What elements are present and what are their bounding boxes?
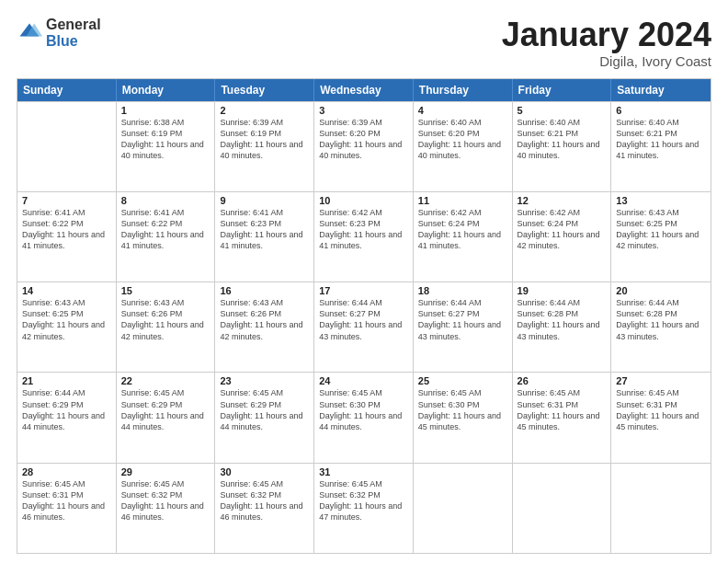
cal-cell-4-5 <box>513 464 612 553</box>
day-info: Sunrise: 6:41 AM Sunset: 6:22 PM Dayligh… <box>22 207 111 252</box>
day-info: Sunrise: 6:41 AM Sunset: 6:23 PM Dayligh… <box>220 207 309 252</box>
day-info: Sunrise: 6:42 AM Sunset: 6:24 PM Dayligh… <box>418 207 507 252</box>
day-info: Sunrise: 6:45 AM Sunset: 6:30 PM Dayligh… <box>418 387 507 432</box>
day-info: Sunrise: 6:44 AM Sunset: 6:29 PM Dayligh… <box>22 387 111 432</box>
day-number: 28 <box>22 466 111 477</box>
day-info: Sunrise: 6:43 AM Sunset: 6:26 PM Dayligh… <box>121 297 210 342</box>
day-info: Sunrise: 6:38 AM Sunset: 6:19 PM Dayligh… <box>121 117 210 162</box>
day-info: Sunrise: 6:45 AM Sunset: 6:29 PM Dayligh… <box>220 387 309 432</box>
day-number: 8 <box>121 195 210 206</box>
cal-cell-0-1: 1Sunrise: 6:38 AM Sunset: 6:19 PM Daylig… <box>117 102 216 191</box>
day-number: 14 <box>22 285 111 296</box>
day-number: 23 <box>220 375 309 386</box>
logo-icon <box>17 20 42 46</box>
day-info: Sunrise: 6:42 AM Sunset: 6:23 PM Dayligh… <box>319 207 408 252</box>
header-thursday: Thursday <box>414 79 513 101</box>
day-info: Sunrise: 6:45 AM Sunset: 6:31 PM Dayligh… <box>518 387 607 432</box>
week-row-5: 28Sunrise: 6:45 AM Sunset: 6:31 PM Dayli… <box>17 463 711 553</box>
day-info: Sunrise: 6:45 AM Sunset: 6:31 PM Dayligh… <box>22 478 111 523</box>
day-info: Sunrise: 6:43 AM Sunset: 6:25 PM Dayligh… <box>22 297 111 342</box>
header-tuesday: Tuesday <box>215 79 314 101</box>
cal-cell-3-0: 21Sunrise: 6:44 AM Sunset: 6:29 PM Dayli… <box>17 373 117 462</box>
logo-text: General Blue <box>46 17 101 49</box>
day-number: 5 <box>518 105 607 116</box>
day-info: Sunrise: 6:44 AM Sunset: 6:27 PM Dayligh… <box>319 297 408 342</box>
week-row-3: 14Sunrise: 6:43 AM Sunset: 6:25 PM Dayli… <box>17 282 711 372</box>
day-number: 15 <box>121 285 210 296</box>
day-number: 25 <box>418 375 507 386</box>
cal-cell-2-2: 16Sunrise: 6:43 AM Sunset: 6:26 PM Dayli… <box>215 282 314 372</box>
cal-cell-1-1: 8Sunrise: 6:41 AM Sunset: 6:22 PM Daylig… <box>117 192 216 282</box>
day-number: 7 <box>22 195 111 206</box>
day-number: 29 <box>121 466 210 477</box>
title-block: January 2024 Digila, Ivory Coast <box>502 17 711 69</box>
day-info: Sunrise: 6:39 AM Sunset: 6:20 PM Dayligh… <box>319 117 408 162</box>
cal-cell-1-5: 12Sunrise: 6:42 AM Sunset: 6:24 PM Dayli… <box>513 192 612 282</box>
cal-cell-2-0: 14Sunrise: 6:43 AM Sunset: 6:25 PM Dayli… <box>17 282 117 372</box>
day-info: Sunrise: 6:45 AM Sunset: 6:29 PM Dayligh… <box>121 387 210 432</box>
cal-cell-0-2: 2Sunrise: 6:39 AM Sunset: 6:19 PM Daylig… <box>215 102 314 191</box>
cal-cell-3-4: 25Sunrise: 6:45 AM Sunset: 6:30 PM Dayli… <box>414 373 513 462</box>
header-sunday: Sunday <box>17 79 117 101</box>
day-info: Sunrise: 6:45 AM Sunset: 6:32 PM Dayligh… <box>319 478 408 523</box>
day-number: 3 <box>319 105 408 116</box>
week-row-1: 1Sunrise: 6:38 AM Sunset: 6:19 PM Daylig… <box>17 101 711 191</box>
day-number: 6 <box>616 105 706 116</box>
day-number: 12 <box>518 195 607 206</box>
cal-cell-4-4 <box>414 464 513 553</box>
day-info: Sunrise: 6:45 AM Sunset: 6:31 PM Dayligh… <box>616 387 706 432</box>
day-info: Sunrise: 6:40 AM Sunset: 6:21 PM Dayligh… <box>616 117 706 162</box>
calendar: Sunday Monday Tuesday Wednesday Thursday… <box>17 78 711 554</box>
day-number: 18 <box>418 285 507 296</box>
logo-general-text: General <box>46 17 101 33</box>
day-number: 17 <box>319 285 408 296</box>
day-number: 24 <box>319 375 408 386</box>
day-number: 26 <box>518 375 607 386</box>
calendar-body: 1Sunrise: 6:38 AM Sunset: 6:19 PM Daylig… <box>17 101 711 553</box>
day-info: Sunrise: 6:44 AM Sunset: 6:28 PM Dayligh… <box>518 297 607 342</box>
title-month: January 2024 <box>502 17 711 53</box>
day-info: Sunrise: 6:41 AM Sunset: 6:22 PM Dayligh… <box>121 207 210 252</box>
cal-cell-2-3: 17Sunrise: 6:44 AM Sunset: 6:27 PM Dayli… <box>314 282 414 372</box>
day-number: 4 <box>418 105 507 116</box>
cal-cell-1-6: 13Sunrise: 6:43 AM Sunset: 6:25 PM Dayli… <box>611 192 711 282</box>
calendar-header: Sunday Monday Tuesday Wednesday Thursday… <box>17 79 711 101</box>
header: General Blue January 2024 Digila, Ivory … <box>17 17 711 69</box>
day-info: Sunrise: 6:45 AM Sunset: 6:30 PM Dayligh… <box>319 387 408 432</box>
header-saturday: Saturday <box>611 79 711 101</box>
cal-cell-3-5: 26Sunrise: 6:45 AM Sunset: 6:31 PM Dayli… <box>513 373 612 462</box>
day-info: Sunrise: 6:40 AM Sunset: 6:20 PM Dayligh… <box>418 117 507 162</box>
day-number: 20 <box>616 285 706 296</box>
cal-cell-0-3: 3Sunrise: 6:39 AM Sunset: 6:20 PM Daylig… <box>314 102 414 191</box>
day-number: 13 <box>616 195 706 206</box>
cal-cell-0-4: 4Sunrise: 6:40 AM Sunset: 6:20 PM Daylig… <box>414 102 513 191</box>
header-wednesday: Wednesday <box>314 79 414 101</box>
cal-cell-3-1: 22Sunrise: 6:45 AM Sunset: 6:29 PM Dayli… <box>117 373 216 462</box>
day-info: Sunrise: 6:43 AM Sunset: 6:25 PM Dayligh… <box>616 207 706 252</box>
cal-cell-2-1: 15Sunrise: 6:43 AM Sunset: 6:26 PM Dayli… <box>117 282 216 372</box>
day-info: Sunrise: 6:45 AM Sunset: 6:32 PM Dayligh… <box>121 478 210 523</box>
day-number: 19 <box>518 285 607 296</box>
cal-cell-3-2: 23Sunrise: 6:45 AM Sunset: 6:29 PM Dayli… <box>215 373 314 462</box>
day-number: 1 <box>121 105 210 116</box>
title-location: Digila, Ivory Coast <box>502 53 711 69</box>
cal-cell-1-4: 11Sunrise: 6:42 AM Sunset: 6:24 PM Dayli… <box>414 192 513 282</box>
cal-cell-0-5: 5Sunrise: 6:40 AM Sunset: 6:21 PM Daylig… <box>513 102 612 191</box>
day-number: 2 <box>220 105 309 116</box>
cal-cell-1-3: 10Sunrise: 6:42 AM Sunset: 6:23 PM Dayli… <box>314 192 414 282</box>
cal-cell-2-4: 18Sunrise: 6:44 AM Sunset: 6:27 PM Dayli… <box>414 282 513 372</box>
day-number: 27 <box>616 375 706 386</box>
cal-cell-4-1: 29Sunrise: 6:45 AM Sunset: 6:32 PM Dayli… <box>117 464 216 553</box>
cal-cell-2-5: 19Sunrise: 6:44 AM Sunset: 6:28 PM Dayli… <box>513 282 612 372</box>
day-info: Sunrise: 6:40 AM Sunset: 6:21 PM Dayligh… <box>518 117 607 162</box>
day-number: 31 <box>319 466 408 477</box>
day-info: Sunrise: 6:45 AM Sunset: 6:32 PM Dayligh… <box>220 478 309 523</box>
day-number: 22 <box>121 375 210 386</box>
cal-cell-2-6: 20Sunrise: 6:44 AM Sunset: 6:28 PM Dayli… <box>611 282 711 372</box>
cal-cell-1-2: 9Sunrise: 6:41 AM Sunset: 6:23 PM Daylig… <box>215 192 314 282</box>
day-number: 10 <box>319 195 408 206</box>
day-info: Sunrise: 6:43 AM Sunset: 6:26 PM Dayligh… <box>220 297 309 342</box>
week-row-2: 7Sunrise: 6:41 AM Sunset: 6:22 PM Daylig… <box>17 191 711 282</box>
cal-cell-4-3: 31Sunrise: 6:45 AM Sunset: 6:32 PM Dayli… <box>314 464 414 553</box>
cal-cell-0-0 <box>17 102 117 191</box>
